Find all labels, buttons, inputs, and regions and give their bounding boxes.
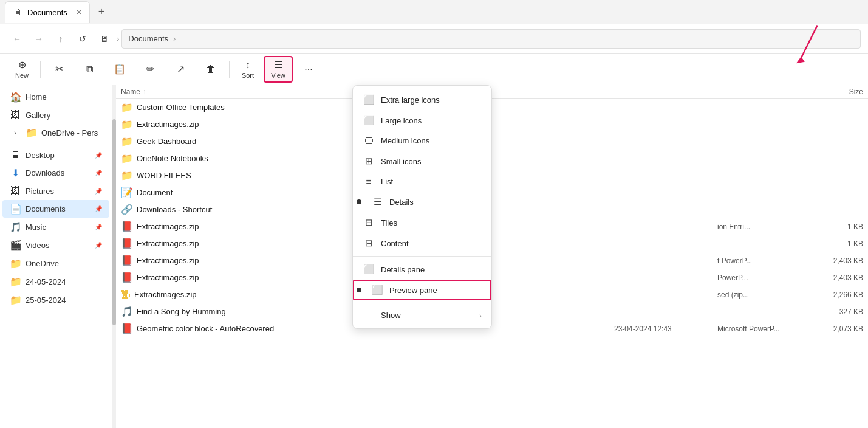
file-type: Microsoft PowerP... [717,325,815,333]
view-list[interactable]: ≡ List [353,171,491,192]
sort-indicator: ↑ [143,88,146,96]
extra-large-icon: ⬜ [363,94,375,105]
paste-button[interactable]: 📋 [105,56,134,83]
view-tiles[interactable]: ⊟ Tiles [353,212,491,233]
ppt-icon: 📕 [121,221,133,232]
sidebar-item-documents[interactable]: 📄 Documents 📌 [2,200,109,218]
sidebar-item-gallery[interactable]: 🖼 Gallery [2,106,109,123]
sidebar-label-music: Music [26,223,46,232]
table-row[interactable]: 📁 OneNote Notebooks [116,150,868,167]
copy-button[interactable]: ⧉ [75,56,104,83]
date1-icon: 📁 [10,276,21,288]
tab-label: Documents [27,8,67,17]
table-row[interactable]: 📕 Geometric color block - AutoRecovered … [116,320,868,337]
table-row[interactable]: 📁 Custom Office Templates [116,99,868,116]
file-type: ion Entri... [717,223,815,231]
file-size: 2,403 KB [815,274,863,282]
sidebar-item-music[interactable]: 🎵 Music 📌 [2,218,109,236]
table-row[interactable]: 📕 Extractimages.zip 1 KB [116,235,868,252]
content-label: Content [381,239,409,248]
sidebar-label-gallery: Gallery [26,111,50,120]
sidebar-item-videos[interactable]: 🎬 Videos 📌 [2,236,109,254]
sort-icon: ↕ [245,60,250,71]
breadcrumb-path: Documents [128,34,168,43]
table-row[interactable]: 📁 Geek Dashboard [116,133,868,150]
sidebar-item-onedrive2[interactable]: 📁 OneDrive [2,255,109,272]
more-button[interactable]: ··· [294,56,323,83]
file-size: 2,403 KB [815,257,863,265]
refresh-button[interactable]: ↺ [73,29,92,49]
delete-button[interactable]: 🗑 [196,56,225,83]
view-show[interactable]: Show › [353,306,491,325]
rename-button[interactable]: ✏ [135,56,165,83]
preview-bullet [357,288,361,292]
rename-icon: ✏ [146,63,154,75]
view-content[interactable]: ⊟ Content [353,233,491,254]
separator1 [40,61,41,78]
sidebar-item-downloads[interactable]: ⬇ Downloads 📌 [2,164,109,182]
copy-icon: ⧉ [86,64,93,75]
pin-icon-desktop: 📌 [95,152,102,159]
view-label: View [271,72,285,79]
back-button[interactable]: ← [7,29,27,49]
sidebar-label-onedrive: OneDrive - Pers [41,128,98,137]
content-icon: ⊟ [363,238,375,249]
folder-icon: 📁 [121,153,133,164]
preview-pane-icon: ⬜ [371,285,383,295]
view-large[interactable]: ⬜ Large icons [353,110,491,131]
view-extra-large[interactable]: ⬜ Extra large icons [353,89,491,110]
sidebar-item-date1[interactable]: 📁 24-05-2024 [2,273,109,291]
file-size: 1 KB [815,240,863,248]
extra-large-label: Extra large icons [381,95,440,105]
table-row[interactable]: 📁 WORD FILEES [116,167,868,184]
view-preview-pane[interactable]: ⬜ Preview pane [353,280,491,300]
sort-button[interactable]: ↕ Sort [233,56,262,83]
sidebar-item-desktop[interactable]: 🖥 Desktop 📌 [2,147,109,164]
sidebar-label-documents: Documents [26,204,66,213]
large-label: Large icons [381,116,422,125]
sidebar-item-home[interactable]: 🏠 Home [2,88,109,106]
table-row[interactable]: 📕 Extractimages.zip t PowerP... 2,403 KB [116,252,868,269]
sidebar-item-onedrive[interactable]: › 📁 OneDrive - Pers [2,124,109,142]
view-details-pane[interactable]: ⬜ Details pane [353,259,491,280]
table-row[interactable]: 📝 Document [116,184,868,201]
view-details[interactable]: ☰ Details [353,192,491,212]
monitor-button[interactable]: 🖥 [95,29,114,49]
sidebar-label-home: Home [26,92,47,102]
sidebar-label-pictures: Pictures [26,187,54,196]
table-row[interactable]: 🗜 Extractimages.zip sed (zip... 2,266 KB [116,286,868,303]
table-row[interactable]: 📁 Extractimages.zip [116,116,868,133]
view-medium[interactable]: 🖵 Medium icons [353,131,491,151]
small-label: Small icons [381,157,421,166]
table-row[interactable]: 📕 Extractimages.zip ion Entri... 1 KB [116,218,868,235]
up-button[interactable]: ↑ [51,29,70,49]
sidebar-label-desktop: Desktop [26,151,55,160]
onedrive2-icon: 📁 [10,258,21,269]
file-size: 1 KB [815,223,863,231]
word-icon: 📝 [121,187,133,198]
forward-button[interactable]: → [29,29,49,49]
file-type: sed (zip... [717,291,815,299]
view-small[interactable]: ⊞ Small icons [353,151,491,171]
sidebar-item-pictures[interactable]: 🖼 Pictures 📌 [2,182,109,199]
documents-tab[interactable]: 🗎 Documents ✕ [5,1,90,23]
table-row[interactable]: 📕 Extractimages.zip PowerP... 2,403 KB [116,269,868,286]
delete-icon: 🗑 [206,64,216,75]
table-row[interactable]: 🔗 Downloads - Shortcut [116,201,868,218]
close-tab-button[interactable]: ✕ [76,8,82,16]
music-icon: 🎵 [10,221,21,233]
share-button[interactable]: ↗ [166,56,195,83]
new-button[interactable]: ⊕ New [7,56,36,83]
cut-button[interactable]: ✂ [44,56,73,83]
folder-icon: 📁 [121,170,133,181]
view-button[interactable]: ☰ View [264,56,293,83]
ppt-icon: 📕 [121,238,133,249]
table-row[interactable]: 🎵 Find a Song by Humming 327 KB [116,303,868,320]
breadcrumb[interactable]: Documents › [121,29,861,49]
medium-icon: 🖵 [363,136,375,146]
col-header-size[interactable]: Size [815,88,863,96]
new-tab-button[interactable]: + [94,3,110,21]
show-chevron-icon: › [479,312,482,319]
ppt-icon: 📕 [121,272,133,283]
sidebar-item-date2[interactable]: 📁 25-05-2024 [2,291,109,309]
